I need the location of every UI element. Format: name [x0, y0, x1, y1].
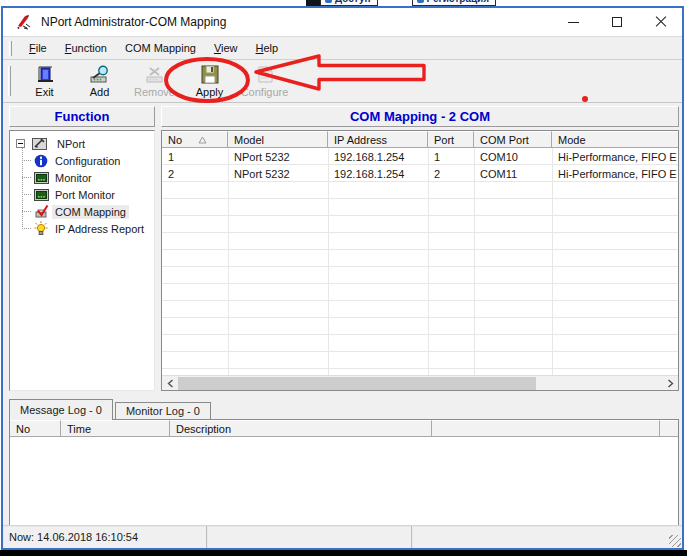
- status-section-2: [207, 526, 412, 548]
- menu-item-file[interactable]: File: [22, 40, 54, 56]
- scrollbar-thumb[interactable]: [178, 377, 536, 390]
- toolbar-grip: [8, 66, 11, 96]
- minimize-icon: [568, 22, 579, 23]
- tree-item-com-mapping-label: COM Mapping: [52, 205, 129, 219]
- menu-item-com-mapping[interactable]: COM Mapping: [118, 40, 203, 56]
- column-header-no[interactable]: No: [162, 131, 228, 148]
- menu-item-help[interactable]: Help: [249, 40, 286, 56]
- key-icon: [417, 0, 424, 3]
- tree-connector: [22, 228, 31, 229]
- main-area: Function NPort: [3, 103, 682, 393]
- tree-item-com-mapping[interactable]: COM Mapping: [14, 203, 154, 220]
- tree-children: Configuration Monitor: [14, 152, 154, 237]
- configure-button[interactable]: Configure: [237, 61, 292, 101]
- maximize-icon: [612, 17, 622, 27]
- tree-item-nport-label: NPort: [54, 137, 88, 151]
- taskbar-edge: [0, 550, 687, 556]
- bulb-icon: [33, 221, 49, 236]
- apply-button[interactable]: Apply: [182, 61, 237, 101]
- apply-icon: [199, 65, 221, 85]
- close-button[interactable]: [650, 11, 672, 33]
- remove-label: Remove: [134, 86, 175, 98]
- resize-grip[interactable]: [669, 535, 681, 547]
- column-header-com-port[interactable]: COM Port: [474, 131, 552, 148]
- function-panel-title: Function: [55, 109, 110, 124]
- info-icon: [33, 153, 49, 168]
- tree-connector: [22, 211, 31, 212]
- port-monitor-icon: [33, 187, 49, 202]
- com-mapping-title: COM Mapping - 2 COM: [350, 109, 490, 124]
- tree-item-configuration[interactable]: Configuration: [14, 152, 154, 169]
- column-header-model[interactable]: Model: [228, 131, 328, 148]
- window-controls: [562, 8, 672, 36]
- monitor-icon: [33, 170, 49, 185]
- window-title: NPort Administrator-COM Mapping: [41, 15, 226, 29]
- com-mapping-table: No Model IP Address Port COM Port Mode: [161, 130, 679, 391]
- maximize-button[interactable]: [606, 11, 628, 33]
- globe-icon: [325, 0, 332, 3]
- tab-monitor-log[interactable]: Monitor Log - 0: [115, 402, 211, 419]
- table-row[interactable]: 1 NPort 5232 192.168.1.254 1 COM10 Hi-Pe…: [162, 148, 678, 165]
- log-column-description[interactable]: Description: [170, 420, 432, 437]
- scroll-right-icon[interactable]: [662, 376, 678, 391]
- com-mapping-icon: [33, 204, 49, 219]
- com-mapping-panel: COM Mapping - 2 COM No Model IP Address …: [161, 106, 679, 391]
- status-now: Now: 14.06.2018 16:10:54: [3, 526, 207, 548]
- toolbar: Exit Add: [3, 59, 682, 103]
- menu-bar: File Function COM Mapping View Help: [3, 36, 682, 59]
- log-tabs: Message Log - 0 Monitor Log - 0: [9, 398, 679, 419]
- collapse-icon[interactable]: [16, 139, 25, 148]
- function-tree: NPort Configura: [9, 130, 155, 391]
- table-header-row: No Model IP Address Port COM Port Mode: [162, 131, 678, 148]
- tree-connector: [22, 194, 31, 195]
- background-access-label: Доступ: [335, 0, 371, 4]
- menu-item-view[interactable]: View: [207, 40, 245, 56]
- tree-item-nport[interactable]: NPort: [14, 135, 154, 152]
- table-body: 1 NPort 5232 192.168.1.254 1 COM10 Hi-Pe…: [162, 148, 678, 375]
- com-mapping-header: COM Mapping - 2 COM: [161, 106, 679, 127]
- screen: Доступ Регистрация NPort Administrator-C…: [0, 0, 687, 556]
- tree-item-monitor[interactable]: Monitor: [14, 169, 154, 186]
- tree-item-monitor-label: Monitor: [52, 171, 95, 185]
- tree-item-ip-address-report[interactable]: IP Address Report: [14, 220, 154, 237]
- menu-grip: [9, 41, 12, 56]
- column-header-mode[interactable]: Mode: [552, 131, 678, 148]
- app-logo-icon: [15, 13, 33, 31]
- apply-label: Apply: [196, 86, 224, 98]
- menu-item-function[interactable]: Function: [58, 40, 114, 56]
- status-section-3: [412, 526, 682, 548]
- function-panel-header: Function: [9, 106, 155, 127]
- remove-button[interactable]: Remove: [127, 61, 182, 101]
- log-section: Message Log - 0 Monitor Log - 0 No Time …: [3, 398, 682, 526]
- scrollbar-track[interactable]: [178, 376, 662, 391]
- log-table: No Time Description: [9, 419, 679, 526]
- function-panel: Function NPort: [9, 106, 155, 391]
- log-column-time[interactable]: Time: [61, 420, 170, 437]
- tree-connector: [22, 160, 31, 161]
- column-header-port[interactable]: Port: [428, 131, 474, 148]
- horizontal-scrollbar[interactable]: [162, 375, 678, 390]
- status-bar: Now: 14.06.2018 16:10:54: [3, 525, 682, 548]
- configure-icon: [255, 65, 275, 85]
- table-row[interactable]: 2 NPort 5232 192.168.1.254 2 COM11 Hi-Pe…: [162, 165, 678, 182]
- tree-item-ip-address-report-label: IP Address Report: [52, 222, 147, 236]
- add-button[interactable]: Add: [72, 61, 127, 101]
- exit-icon: [34, 65, 56, 85]
- sort-ascending-icon: [198, 136, 207, 144]
- configure-label: Configure: [241, 86, 289, 98]
- app-window: NPort Administrator-COM Mapping File Fun…: [1, 6, 684, 550]
- log-column-no[interactable]: No: [10, 420, 61, 437]
- minimize-button[interactable]: [562, 11, 584, 33]
- tree-item-port-monitor[interactable]: Port Monitor: [14, 186, 154, 203]
- exit-label: Exit: [35, 86, 53, 98]
- log-column-filler: [432, 420, 660, 437]
- log-column-end: [660, 420, 678, 437]
- log-header-row: No Time Description: [10, 420, 678, 437]
- tab-message-log[interactable]: Message Log - 0: [9, 399, 113, 420]
- scroll-left-icon[interactable]: [162, 376, 178, 391]
- exit-button[interactable]: Exit: [17, 61, 72, 101]
- tree-item-configuration-label: Configuration: [52, 154, 123, 168]
- background-register-label: Регистрация: [427, 0, 490, 4]
- title-bar[interactable]: NPort Administrator-COM Mapping: [3, 8, 682, 36]
- column-header-ip-address[interactable]: IP Address: [328, 131, 428, 148]
